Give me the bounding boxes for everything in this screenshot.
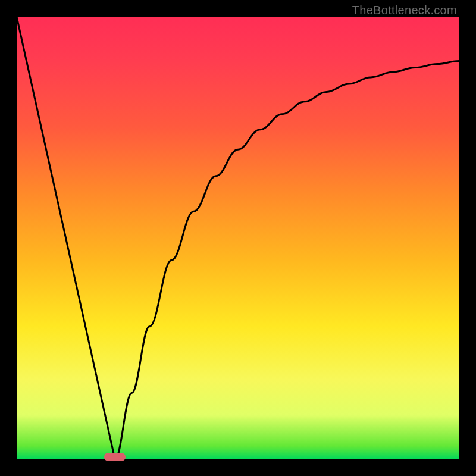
chart-curves <box>17 17 459 459</box>
valley-marker-pill <box>104 453 126 461</box>
watermark-text: TheBottleneck.com <box>352 4 457 17</box>
plot-area <box>17 17 459 459</box>
left-line-segment <box>17 17 115 459</box>
chart-frame: TheBottleneck.com <box>0 0 476 476</box>
right-curve-segment <box>115 61 459 459</box>
